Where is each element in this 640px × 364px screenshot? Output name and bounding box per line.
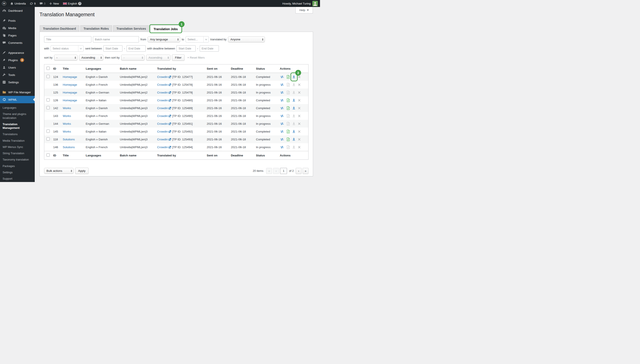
site-link[interactable]: Umbrella [8,0,28,7]
translator-link[interactable]: Crowdin [157,106,168,110]
sidebar-item-pages[interactable]: Pages [0,32,35,39]
sync-translation-action[interactable] [280,146,284,149]
sort-order-select[interactable]: Ascending [79,55,103,60]
apply-button[interactable]: Apply [75,168,89,174]
sync-translation-action[interactable] [280,106,284,110]
sidebar-item-tools[interactable]: Tools [0,71,35,78]
job-title-link[interactable]: Homepage [63,83,77,86]
tab-translation-roles[interactable]: Translation Roles [80,26,112,32]
select-all-checkbox[interactable] [47,66,50,70]
view-xliff-action[interactable] [286,91,290,94]
cancel-job-action[interactable] [298,114,301,117]
download-translation-action[interactable] [292,138,295,141]
submenu-item-translations[interactable]: Translations [0,131,35,137]
translator-link[interactable]: Crowdin [157,122,168,126]
view-xliff-action[interactable] [286,145,290,149]
sidebar-item-comments[interactable]: Comments [0,39,35,46]
language-switcher[interactable]: English ? [61,0,84,7]
to-language-select[interactable]: Select... [186,36,209,42]
job-title-link[interactable]: Solutions [63,146,75,149]
cancel-job-action[interactable] [298,146,301,148]
filter-button[interactable]: Filter [172,54,185,61]
translator-link[interactable]: Crowdin [157,146,168,149]
deadline-end-date-input[interactable] [200,45,219,52]
bulk-actions-select[interactable]: Bulk actions [44,168,74,174]
updates-indicator[interactable]: 9 [28,0,38,7]
sync-translation-action[interactable] [280,83,284,86]
submenu-item-settings[interactable]: Settings [0,169,35,176]
sidebar-item-plugins[interactable]: Plugins4 [0,56,35,64]
translator-link[interactable]: Crowdin [157,114,168,118]
sync-translation-action[interactable] [280,75,284,78]
job-title-link[interactable]: Homepage [63,99,77,102]
view-xliff-action[interactable] [286,83,290,86]
translator-link[interactable]: Crowdin [157,91,168,94]
sync-translation-action[interactable] [280,122,284,126]
from-language-select[interactable]: Any language [148,36,180,42]
translator-select[interactable]: Anyone [228,36,265,42]
sync-translation-action[interactable] [280,138,284,141]
view-xliff-action[interactable] [286,138,290,141]
title-filter-input[interactable] [44,36,91,42]
sync-translation-action[interactable] [280,99,284,102]
translator-link[interactable]: Crowdin [157,138,168,141]
tab-translation-jobs[interactable]: Translation Jobs1 [150,26,181,32]
view-xliff-action[interactable] [286,98,290,102]
translator-link[interactable]: Crowdin [157,99,168,102]
tab-translation-services[interactable]: Translation Services [113,26,149,32]
view-xliff-action[interactable] [286,114,290,118]
sidebar-item-dashboard[interactable]: Dashboard [0,7,35,14]
sidebar-item-posts[interactable]: Posts [0,17,35,24]
sync-translation-action[interactable] [280,130,284,133]
view-xliff-action[interactable] [286,130,290,134]
cancel-job-action[interactable] [298,122,301,125]
first-page-button[interactable]: « [266,168,272,174]
help-dropdown[interactable]: Help [295,7,313,14]
sync-translation-action[interactable] [280,91,284,94]
next-page-button[interactable]: › [296,168,301,174]
view-xliff-action[interactable] [286,122,290,126]
row-checkbox[interactable] [47,98,50,102]
last-page-button[interactable]: » [303,168,308,174]
job-title-link[interactable]: Works [63,130,71,133]
row-checkbox[interactable] [47,137,50,140]
view-xliff-action[interactable] [286,106,290,110]
submenu-item-media-translation[interactable]: Media Translation [0,138,35,144]
status-select[interactable]: Select status [51,45,84,52]
row-checkbox[interactable] [47,106,50,109]
tab-translation-dashboard[interactable]: Translation Dashboard [40,26,79,32]
cancel-job-action[interactable] [298,107,301,110]
submenu-item-languages[interactable]: Languages [0,104,35,111]
sent-end-date-input[interactable] [127,45,146,52]
sync-translation-action[interactable] [280,114,284,118]
then-sort-by-select[interactable]: - [121,55,145,60]
job-title-link[interactable]: Homepage [63,91,77,94]
translator-link[interactable]: Crowdin [157,83,168,86]
job-title-link[interactable]: Works [63,114,71,118]
new-menu[interactable]: New [47,0,61,7]
cancel-job-action[interactable] [298,130,301,133]
download-translation-action[interactable] [292,106,295,110]
submenu-item-translation-management[interactable]: Translation Management [0,121,35,131]
batch-name-filter-input[interactable] [93,36,139,42]
download-translation-action[interactable] [292,98,295,102]
sidebar-item-media[interactable]: Media [0,24,35,32]
sidebar-item-users[interactable]: Users [0,64,35,71]
view-xliff-action[interactable] [286,75,290,79]
download-translation-action[interactable] [292,83,295,86]
job-title-link[interactable]: Works [63,106,71,110]
submenu-item-string-translation[interactable]: String Translation [0,150,35,156]
sidebar-item-settings[interactable]: Settings [0,78,35,86]
current-page-input[interactable] [280,168,287,174]
submenu-item-support[interactable]: Support [0,176,35,182]
cancel-job-action[interactable] [298,91,301,94]
row-checkbox[interactable] [47,130,50,133]
submenu-item-packages[interactable]: Packages [0,163,35,169]
sidebar-item-wp-file-manager[interactable]: WP File Manager [0,88,35,96]
submenu-item-theme-and-plugins-localization[interactable]: Theme and plugins localization [0,111,35,121]
translator-link[interactable]: Crowdin [157,75,168,78]
sort-by-select[interactable]: - [54,55,78,60]
avatar[interactable] [312,1,318,6]
sidebar-item-appearance[interactable]: Appearance [0,49,35,56]
job-title-link[interactable]: Solutions [63,138,75,141]
